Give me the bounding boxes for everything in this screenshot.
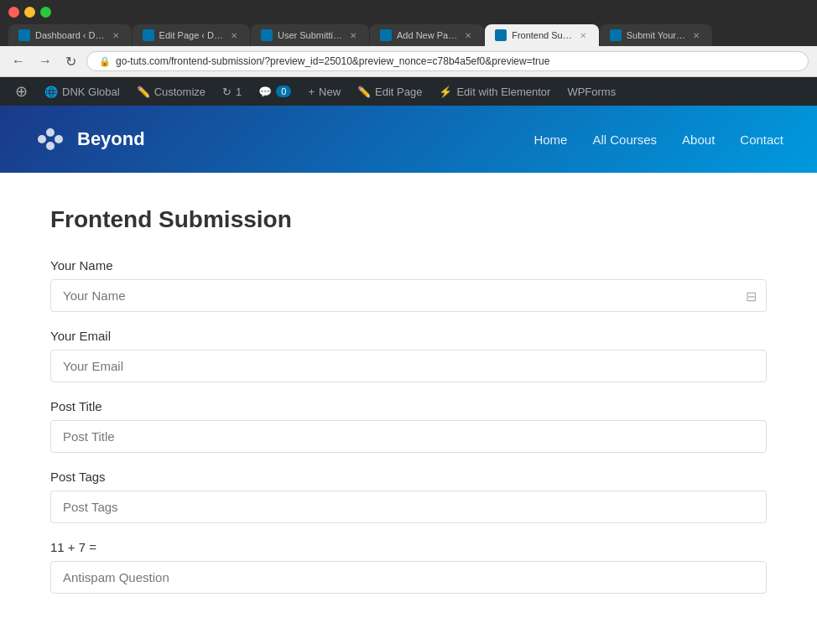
wp-dnk-global[interactable]: 🌐 DNK Global <box>36 77 128 106</box>
nav-home[interactable]: Home <box>533 132 567 147</box>
traffic-lights <box>8 7 51 18</box>
elementor-label: Edit with Elementor <box>456 86 550 98</box>
tab-user-submit[interactable]: User Submitti… ✕ <box>251 24 369 46</box>
svg-point-1 <box>46 128 55 137</box>
tab-add-new[interactable]: Add New Pa… ✕ <box>370 24 484 46</box>
form-group-name: Your Name ⊟ <box>50 258 767 312</box>
edit-page-label: Edit Page <box>375 86 422 98</box>
new-label: New <box>319 86 341 98</box>
forward-button[interactable]: → <box>35 52 55 70</box>
nav-contact[interactable]: Contact <box>740 132 783 147</box>
tab-close-icon[interactable]: ✕ <box>462 29 474 41</box>
lock-icon: 🔒 <box>99 56 111 67</box>
elementor-icon: ⚡ <box>439 86 452 98</box>
post-title-input[interactable] <box>50 420 767 453</box>
wp-logo-item[interactable]: ⊕ <box>7 77 36 106</box>
wp-edit-elementor[interactable]: ⚡ Edit with Elementor <box>430 77 559 106</box>
nav-about[interactable]: About <box>682 132 715 147</box>
wp-logo-icon: ⊕ <box>15 82 28 101</box>
globe-icon: 🌐 <box>44 86 58 98</box>
svg-point-3 <box>46 142 55 150</box>
form-group-email: Your Email <box>50 329 767 382</box>
tab-label: Submit Your… <box>627 30 685 40</box>
name-input-wrapper: ⊟ <box>50 279 767 312</box>
wp-comments[interactable]: 💬 0 <box>250 77 299 106</box>
form-group-post-tags: Post Tags <box>50 470 767 523</box>
name-input[interactable] <box>50 279 767 312</box>
captcha-label: 11 + 7 = <box>50 540 767 554</box>
site-logo: Beyond <box>34 122 145 156</box>
tab-close-icon[interactable]: ✕ <box>347 29 359 41</box>
submission-form: Your Name ⊟ Your Email Post Title Post T… <box>50 258 767 594</box>
tab-close-icon[interactable]: ✕ <box>110 29 122 41</box>
wp-new[interactable]: + New <box>299 77 349 106</box>
dnk-label: DNK Global <box>62 86 120 98</box>
tab-close-icon[interactable]: ✕ <box>577 29 589 41</box>
tab-edit-page[interactable]: Edit Page ‹ D… ✕ <box>133 24 250 46</box>
tab-label: Add New Pa… <box>397 30 457 40</box>
updates-icon: ↻ <box>222 86 232 98</box>
tabs-bar: Dashboard ‹ D… ✕ Edit Page ‹ D… ✕ User S… <box>0 24 817 46</box>
svg-point-0 <box>38 135 46 143</box>
wp-wpforms[interactable]: WPForms <box>559 77 624 106</box>
post-tags-input[interactable] <box>50 491 767 523</box>
edit-icon: ✏️ <box>357 86 371 98</box>
post-title-label: Post Title <box>50 399 767 413</box>
logo-text: Beyond <box>77 128 145 150</box>
page-title: Frontend Submission <box>50 206 767 233</box>
page-content: Frontend Submission Your Name ⊟ Your Ema… <box>0 173 817 644</box>
wp-updates[interactable]: ↻ 1 <box>214 77 250 106</box>
browser-chrome: Dashboard ‹ D… ✕ Edit Page ‹ D… ✕ User S… <box>0 0 817 77</box>
site-nav: Home All Courses About Contact <box>533 132 783 147</box>
comments-count: 0 <box>276 86 291 97</box>
email-input[interactable] <box>50 350 767 382</box>
tab-favicon <box>261 29 273 41</box>
tab-label: Edit Page ‹ D… <box>159 30 223 40</box>
back-button[interactable]: ← <box>8 52 29 70</box>
site-header: Beyond Home All Courses About Contact <box>0 106 817 173</box>
logo-icon <box>34 122 67 156</box>
form-group-captcha: 11 + 7 = <box>50 540 767 594</box>
tab-favicon <box>495 29 507 41</box>
name-label: Your Name <box>50 258 767 273</box>
maximize-button[interactable] <box>40 7 51 18</box>
title-bar <box>0 0 817 24</box>
minimize-button[interactable] <box>24 7 35 18</box>
comments-icon: 💬 <box>258 86 272 98</box>
tab-dashboard[interactable]: Dashboard ‹ D… ✕ <box>8 24 132 46</box>
close-button[interactable] <box>8 7 19 18</box>
tab-submit-your[interactable]: Submit Your… ✕ <box>600 24 712 46</box>
tab-frontend-submission[interactable]: Frontend Su… ✕ <box>485 24 599 46</box>
tab-close-icon[interactable]: ✕ <box>690 29 702 41</box>
tab-label: User Submitti… <box>278 30 342 40</box>
updates-count: 1 <box>236 86 242 98</box>
address-text: go-tuts.com/frontend-submission/?preview… <box>116 55 549 67</box>
plus-icon: + <box>308 86 315 98</box>
nav-all-courses[interactable]: All Courses <box>592 132 657 147</box>
tab-favicon <box>143 29 154 41</box>
wpforms-label: WPForms <box>567 86 616 98</box>
tab-label: Frontend Su… <box>512 30 572 40</box>
tab-favicon <box>610 29 622 41</box>
tab-close-icon[interactable]: ✕ <box>228 29 240 41</box>
tab-favicon <box>18 29 30 41</box>
wp-customize[interactable]: ✏️ Customize <box>128 77 214 106</box>
post-tags-label: Post Tags <box>50 470 767 484</box>
svg-point-2 <box>55 135 63 143</box>
nav-bar: ← → ↻ 🔒 go-tuts.com/frontend-submission/… <box>0 46 817 77</box>
tab-favicon <box>380 29 392 41</box>
email-label: Your Email <box>50 329 767 343</box>
refresh-button[interactable]: ↻ <box>62 52 80 71</box>
wp-edit-page[interactable]: ✏️ Edit Page <box>349 77 430 106</box>
autofill-icon: ⊟ <box>746 288 757 304</box>
pencil-icon: ✏️ <box>137 86 150 98</box>
customize-label: Customize <box>154 86 206 98</box>
address-bar[interactable]: 🔒 go-tuts.com/frontend-submission/?previ… <box>86 51 809 71</box>
wp-admin-bar: ⊕ 🌐 DNK Global ✏️ Customize ↻ 1 💬 0 + Ne… <box>0 77 817 106</box>
form-group-post-title: Post Title <box>50 399 767 453</box>
captcha-input[interactable] <box>50 561 767 594</box>
tab-label: Dashboard ‹ D… <box>35 30 105 40</box>
